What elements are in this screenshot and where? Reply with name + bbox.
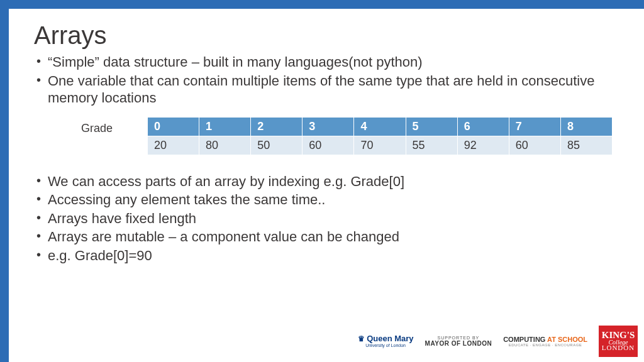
qm-sub: University of London	[365, 343, 406, 348]
index-cell: 5	[406, 117, 457, 136]
value-cell: 20	[148, 136, 199, 155]
value-cell: 80	[199, 136, 251, 155]
value-cell: 92	[457, 136, 509, 155]
qm-name: Queen Mary	[367, 334, 413, 343]
value-cell: 60	[303, 136, 354, 155]
list-item: Accessing any element takes the same tim…	[34, 191, 613, 209]
list-item: “Simple” data structure – built in many …	[34, 53, 613, 71]
list-item: One variable that can contain multiple i…	[34, 72, 613, 107]
list-item: Arrays have fixed length	[34, 210, 613, 228]
list-item: We can access parts of an array by index…	[34, 173, 613, 190]
kings-college-logo: KING'S College LONDON	[599, 326, 638, 357]
slide-title: Arrays	[34, 21, 613, 50]
cas-a: COMPUTING	[503, 336, 547, 343]
array-diagram: Grade 0 1 2 3 4 5 6 7 8 20 80 50 60 70 5…	[34, 117, 613, 155]
bullet-list-bottom: We can access parts of an array by index…	[34, 173, 613, 265]
value-cell: 50	[251, 136, 303, 155]
value-cell: 55	[406, 136, 457, 155]
kings-c: LONDON	[602, 345, 635, 351]
mayor-supported: SUPPORTED BY	[438, 336, 480, 341]
value-cell: 85	[560, 136, 612, 155]
index-cell: 6	[457, 117, 509, 136]
index-cell: 8	[560, 117, 612, 136]
kings-a: KING'S	[602, 331, 635, 340]
index-cell: 0	[148, 117, 199, 136]
value-cell: 60	[509, 136, 560, 155]
computing-at-school-logo: COMPUTING AT SCHOOL EDUCATE · ENGAGE · E…	[503, 336, 587, 348]
mayor-of-london-logo: SUPPORTED BY MAYOR OF LONDON	[425, 336, 492, 348]
table-label: Grade	[47, 117, 147, 135]
queen-mary-logo: ♛ Queen Mary University of London	[358, 334, 414, 348]
bullet-list-top: “Simple” data structure – built in many …	[34, 53, 613, 107]
index-cell: 1	[199, 117, 251, 136]
cas-b: AT SCHOOL	[547, 336, 587, 343]
value-cell: 70	[354, 136, 406, 155]
index-cell: 3	[303, 117, 354, 136]
list-item: Arrays are mutable – a component value c…	[34, 228, 613, 246]
list-item: e.g. Grade[0]=90	[34, 247, 613, 265]
table-row: 20 80 50 60 70 55 92 60 85	[148, 136, 613, 155]
index-cell: 4	[354, 117, 406, 136]
cas-sub: EDUCATE · ENGAGE · ENCOURAGE	[509, 343, 582, 348]
index-cell: 7	[509, 117, 560, 136]
crown-icon: ♛	[358, 334, 365, 343]
index-cell: 2	[251, 117, 303, 136]
table-row: 0 1 2 3 4 5 6 7 8	[148, 117, 613, 136]
array-table: 0 1 2 3 4 5 6 7 8 20 80 50 60 70 55 92 6…	[147, 117, 613, 155]
mayor-main: MAYOR OF LONDON	[425, 340, 492, 347]
logo-bar: ♛ Queen Mary University of London SUPPOR…	[358, 326, 638, 357]
